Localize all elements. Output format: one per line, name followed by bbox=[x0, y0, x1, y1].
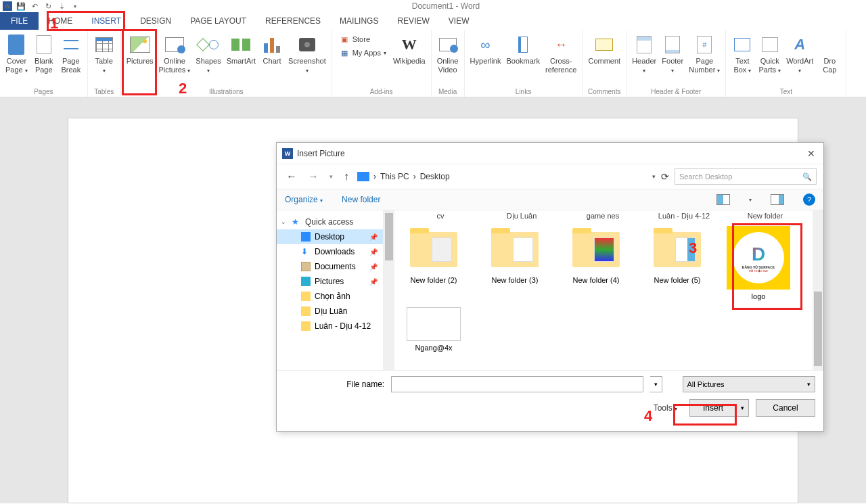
tools-button[interactable]: Tools ▾ bbox=[654, 403, 677, 413]
tab-file[interactable]: FILE bbox=[0, 12, 39, 30]
sidebar-item-folder[interactable]: Chọn ảnh bbox=[277, 289, 383, 304]
filearea-scrollbar[interactable] bbox=[813, 210, 823, 370]
tab-references[interactable]: REFERENCES bbox=[256, 12, 330, 30]
nav-up-icon[interactable]: ↑ bbox=[341, 170, 352, 183]
cancel-button[interactable]: Cancel bbox=[756, 399, 815, 417]
nav-back-icon[interactable]: ← bbox=[283, 170, 300, 183]
qat-more-icon[interactable]: ▾ bbox=[70, 1, 80, 11]
pictures-button[interactable]: Pictures bbox=[124, 32, 156, 88]
partial-label: New folder bbox=[731, 212, 799, 221]
qat-touch-icon[interactable]: ⇣ bbox=[57, 1, 66, 11]
breadcrumb[interactable]: › This PC › Desktop bbox=[357, 172, 450, 181]
preview-pane-icon[interactable] bbox=[771, 194, 784, 205]
filename-dropdown-icon[interactable]: ▾ bbox=[650, 376, 662, 392]
cross-ref-button[interactable]: ↔Cross-reference bbox=[543, 32, 579, 88]
ribbon: CoverPage ▾ BlankPage PageBreak Pages Ta… bbox=[0, 30, 866, 97]
insert-button[interactable]: Insert▾ bbox=[689, 399, 749, 417]
desktop-icon bbox=[301, 232, 311, 242]
breadcrumb-dropdown-icon[interactable]: ▾ bbox=[652, 173, 656, 180]
file-item-folder[interactable]: New folder (3) bbox=[481, 226, 549, 300]
ribbon-tabs: FILE HOME INSERT DESIGN PAGE LAYOUT REFE… bbox=[0, 12, 866, 30]
group-media-label: Media bbox=[432, 88, 464, 97]
screenshot-button[interactable]: Screenshot▾ bbox=[286, 32, 329, 88]
pin-icon: 📌 bbox=[369, 233, 378, 241]
page-break-button[interactable]: PageBreak bbox=[58, 32, 85, 88]
refresh-icon[interactable]: ⟳ bbox=[661, 171, 669, 182]
pictures-icon bbox=[301, 277, 311, 286]
file-item-image[interactable]: Ngang@4x bbox=[400, 307, 468, 352]
insert-split-icon[interactable]: ▾ bbox=[736, 405, 748, 411]
file-item-logo[interactable]: DĐĂNG VŨ SURFACEĐỒ THIỆU MÀI logo bbox=[725, 226, 792, 300]
dropcap-button[interactable]: DroCap bbox=[816, 32, 843, 88]
qat-undo-icon[interactable]: ↶ bbox=[30, 1, 39, 11]
hyperlink-button[interactable]: ∞Hyperlink bbox=[468, 32, 504, 88]
nav-recent-icon[interactable]: ▾ bbox=[327, 173, 336, 180]
sidebar-item-desktop[interactable]: Desktop📌 bbox=[277, 229, 383, 244]
qat-save-icon[interactable]: 💾 bbox=[16, 1, 26, 11]
smartart-button[interactable]: SmartArt bbox=[224, 32, 258, 88]
tab-review[interactable]: REVIEW bbox=[388, 12, 438, 30]
filename-input[interactable] bbox=[391, 376, 643, 392]
file-area: cv Dịu Luân game nes Luân - Dịu 4-12 New… bbox=[394, 210, 813, 370]
organize-button[interactable]: Organize ▾ bbox=[285, 195, 323, 204]
nav-forward-icon: → bbox=[305, 170, 321, 183]
dialog-title: Insert Picture bbox=[297, 149, 804, 158]
sidebar-item-pictures[interactable]: Pictures📌 bbox=[277, 274, 383, 289]
new-folder-button[interactable]: New folder bbox=[342, 195, 380, 204]
search-icon: 🔍 bbox=[802, 173, 812, 181]
file-item-folder[interactable]: New folder (4) bbox=[562, 226, 630, 300]
textbox-button[interactable]: TextBox ▾ bbox=[729, 32, 756, 88]
file-type-filter[interactable]: All Pictures▾ bbox=[683, 376, 815, 392]
file-item-folder[interactable]: New folder (2) bbox=[400, 226, 468, 300]
search-input[interactable]: Search Desktop 🔍 bbox=[675, 168, 817, 185]
comment-button[interactable]: Comment bbox=[585, 32, 623, 88]
tab-view[interactable]: VIEW bbox=[439, 12, 479, 30]
page-number-button[interactable]: #PageNumber ▾ bbox=[686, 32, 723, 88]
header-button[interactable]: Header▾ bbox=[629, 32, 659, 88]
apps-icon: ▦ bbox=[339, 47, 350, 58]
chart-button[interactable]: Chart bbox=[258, 32, 286, 88]
tab-insert[interactable]: INSERT bbox=[82, 12, 131, 30]
quickparts-button[interactable]: QuickParts ▾ bbox=[756, 32, 783, 88]
sidebar: ⌄★Quick access Desktop📌 ⬇Downloads📌 Docu… bbox=[277, 210, 384, 370]
close-icon[interactable]: ✕ bbox=[804, 148, 818, 159]
wikipedia-button[interactable]: WWikipedia bbox=[390, 32, 428, 88]
tab-page-layout[interactable]: PAGE LAYOUT bbox=[181, 12, 256, 30]
bookmark-button[interactable]: Bookmark bbox=[503, 32, 543, 88]
cover-page-button[interactable]: CoverPage ▾ bbox=[3, 32, 30, 88]
sidebar-item-downloads[interactable]: ⬇Downloads📌 bbox=[277, 244, 383, 259]
word-icon: W bbox=[3, 1, 12, 11]
tab-home[interactable]: HOME bbox=[39, 12, 82, 30]
filename-label: File name: bbox=[285, 380, 384, 389]
qat-redo-icon[interactable]: ↻ bbox=[43, 1, 53, 11]
footer-button[interactable]: Footer▾ bbox=[659, 32, 686, 88]
tab-mailings[interactable]: MAILINGS bbox=[330, 12, 388, 30]
pin-icon: 📌 bbox=[369, 263, 378, 271]
folder-icon bbox=[301, 306, 311, 316]
view-mode-icon[interactable] bbox=[716, 194, 730, 205]
my-apps-button[interactable]: ▦My Apps ▾ bbox=[339, 47, 386, 58]
sidebar-quick-access[interactable]: ⌄★Quick access bbox=[277, 214, 383, 229]
online-video-button[interactable]: OnlineVideo bbox=[434, 32, 461, 88]
help-icon[interactable]: ? bbox=[803, 193, 815, 206]
wordart-button[interactable]: AWordArt▾ bbox=[783, 32, 816, 88]
partial-label: Dịu Luân bbox=[488, 212, 555, 221]
search-placeholder: Search Desktop bbox=[679, 173, 732, 181]
file-item-folder[interactable]: New folder (5) bbox=[643, 226, 711, 300]
table-button[interactable]: Table▾ bbox=[91, 32, 118, 88]
insert-picture-dialog: W Insert Picture ✕ ← → ▾ ↑ › This PC › D… bbox=[276, 142, 824, 432]
sidebar-item-folder[interactable]: Dịu Luân bbox=[277, 304, 383, 319]
sidebar-scrollbar[interactable] bbox=[384, 210, 394, 370]
shapes-button[interactable]: Shapes▾ bbox=[193, 32, 223, 88]
tab-design[interactable]: DESIGN bbox=[131, 12, 181, 30]
pin-icon: 📌 bbox=[369, 248, 378, 256]
sidebar-item-documents[interactable]: Documents📌 bbox=[277, 259, 383, 274]
online-pictures-button[interactable]: OnlinePictures ▾ bbox=[156, 32, 193, 88]
blank-page-button[interactable]: BlankPage bbox=[30, 32, 58, 88]
download-icon: ⬇ bbox=[301, 247, 311, 256]
store-button[interactable]: ▣Store bbox=[339, 34, 386, 45]
sidebar-item-folder[interactable]: Luân - Dịu 4-12 bbox=[277, 319, 383, 334]
view-mode-dropdown-icon[interactable]: ▾ bbox=[749, 197, 752, 203]
documents-icon bbox=[301, 262, 311, 271]
group-text-label: Text bbox=[726, 88, 846, 97]
